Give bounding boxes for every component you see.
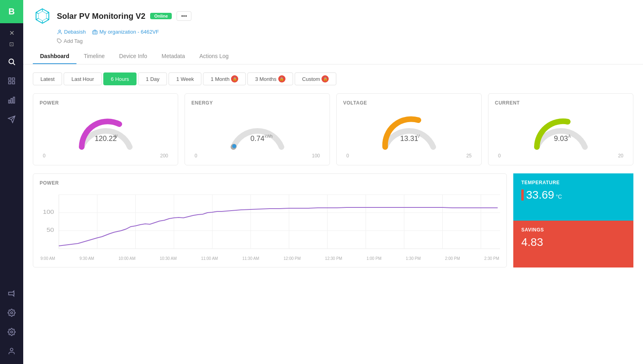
time-filters: Latest Last Hour 6 Hours 1 Day 1 Week 1 … — [33, 72, 633, 85]
energy-label: ENERGY — [191, 100, 213, 106]
current-gauge-svg: 9.03 A — [529, 109, 593, 153]
filter-1-week[interactable]: 1 Week — [169, 72, 201, 85]
svg-rect-8 — [13, 97, 14, 103]
user-icon[interactable] — [0, 342, 23, 361]
content-area: Latest Last Hour 6 Hours 1 Day 1 Week 1 … — [23, 64, 643, 364]
tab-metadata[interactable]: Metadata — [155, 49, 192, 64]
filter-1-day[interactable]: 1 Day — [138, 72, 167, 85]
chart-label: POWER — [40, 180, 500, 186]
current-gauge-card: CURRENT 9.03 A 0 20 — [488, 93, 633, 165]
svg-text:V: V — [417, 134, 420, 139]
svg-point-22 — [59, 30, 61, 32]
voltage-gauge-svg: 13.31 V — [377, 109, 441, 153]
energy-gauge-card: ENERGY 0.74 kWh 0 100 — [185, 93, 330, 165]
sidebar-logo[interactable]: B — [0, 0, 23, 23]
svg-text:9.03: 9.03 — [554, 135, 568, 143]
settings2-icon[interactable] — [0, 322, 23, 342]
power-gauge-card: POWER 120.22 W 0 200 — [33, 93, 178, 165]
search-icon[interactable] — [0, 52, 23, 71]
nav-tabs: Dashboard Timeline Device Info Metadata … — [33, 49, 633, 64]
megaphone-icon[interactable] — [0, 284, 23, 303]
svg-rect-4 — [9, 82, 11, 84]
voltage-gauge-card: VOLTAGE 13.31 V 0 25 — [336, 93, 482, 165]
svg-text:W: W — [114, 134, 118, 139]
svg-rect-2 — [9, 78, 11, 80]
tab-dashboard[interactable]: Dashboard — [33, 49, 76, 64]
lock-badge-1month: 🔒 — [231, 75, 238, 82]
bottom-row: POWER 100 50 — [33, 173, 633, 267]
voltage-label: VOLTAGE — [343, 100, 367, 106]
device-meta: Debasish My organization - 6462VF — [57, 29, 633, 35]
svg-point-11 — [11, 312, 13, 314]
temperature-card: TEMPERATURE 33.69 °C — [513, 173, 633, 221]
device-header: Solar PV Monitoring V2 Online ••• Debasi… — [23, 0, 643, 64]
svg-point-0 — [9, 59, 14, 64]
svg-text:13.31: 13.31 — [400, 135, 418, 143]
filter-6-hours[interactable]: 6 Hours — [103, 72, 137, 85]
svg-text:kWh: kWh — [265, 134, 273, 139]
device-name: Solar PV Monitoring V2 — [57, 12, 145, 21]
lock-badge-custom: 🔒 — [322, 75, 329, 82]
temperature-indicator — [521, 189, 524, 201]
send-icon[interactable] — [0, 110, 23, 129]
filter-1-month[interactable]: 1 Month 🔒 — [203, 72, 246, 85]
sidebar: B ✕ ⊡ — [0, 0, 23, 364]
power-minmax: 0 200 — [40, 153, 171, 159]
svg-rect-5 — [12, 82, 15, 84]
main-content: Solar PV Monitoring V2 Online ••• Debasi… — [23, 0, 643, 364]
svg-rect-3 — [12, 78, 15, 80]
tab-timeline[interactable]: Timeline — [76, 49, 112, 64]
energy-minmax: 0 100 — [191, 153, 323, 159]
filter-last-hour[interactable]: Last Hour — [64, 72, 101, 85]
chart-x-labels: 9:00 AM 9:30 AM 10:00 AM 10:30 AM 11:00 … — [40, 256, 500, 261]
power-chart-card: POWER 100 50 — [33, 173, 507, 267]
svg-rect-6 — [9, 100, 10, 103]
status-badge: Online — [150, 13, 172, 19]
chart-icon[interactable] — [0, 90, 23, 110]
device-icon — [33, 6, 52, 26]
svg-text:100: 100 — [43, 209, 54, 215]
svg-text:A: A — [568, 134, 571, 139]
tab-device-info[interactable]: Device Info — [112, 49, 155, 64]
chart-area: 100 50 — [40, 191, 500, 255]
org-link[interactable]: My organization - 6462VF — [92, 29, 159, 35]
svg-line-1 — [13, 63, 15, 65]
gauge-grid: POWER 120.22 W 0 200 ENERGY — [33, 93, 633, 165]
stat-cards: TEMPERATURE 33.69 °C SAVINGS 4.83 — [513, 173, 633, 267]
lock-badge-3months: 🔒 — [278, 75, 285, 82]
chart-svg: 100 50 — [40, 191, 500, 255]
temperature-value: 33.69 °C — [526, 189, 562, 201]
svg-point-13 — [10, 348, 13, 351]
power-gauge-svg: 120.22 W — [74, 109, 138, 153]
savings-value: 4.83 — [521, 236, 625, 249]
svg-text:0.74: 0.74 — [250, 135, 264, 143]
more-button[interactable]: ••• — [177, 11, 191, 21]
energy-gauge-svg: 0.74 kWh — [225, 109, 289, 153]
svg-marker-15 — [38, 11, 46, 21]
svg-rect-23 — [92, 31, 97, 34]
add-tag-button[interactable]: Add Tag — [57, 38, 633, 44]
svg-point-27 — [232, 144, 236, 148]
savings-label: SAVINGS — [521, 227, 625, 233]
owner-link[interactable]: Debasish — [57, 29, 86, 35]
grid-icon[interactable] — [0, 71, 23, 90]
power-label: POWER — [40, 100, 59, 106]
svg-point-12 — [11, 331, 13, 333]
svg-rect-7 — [11, 99, 12, 103]
current-minmax: 0 20 — [495, 153, 627, 159]
current-label: CURRENT — [495, 100, 520, 106]
svg-text:50: 50 — [46, 227, 54, 233]
filter-latest[interactable]: Latest — [33, 72, 62, 85]
filter-custom[interactable]: Custom 🔒 — [295, 72, 337, 85]
temperature-label: TEMPERATURE — [521, 180, 625, 185]
tab-actions-log[interactable]: Actions Log — [192, 49, 236, 64]
filter-3-months[interactable]: 3 Months 🔒 — [247, 72, 293, 85]
voltage-minmax: 0 25 — [343, 153, 475, 159]
settings1-icon[interactable] — [0, 303, 23, 322]
expand-icon[interactable]: ⊡ — [0, 38, 23, 50]
savings-card: SAVINGS 4.83 — [513, 221, 633, 268]
